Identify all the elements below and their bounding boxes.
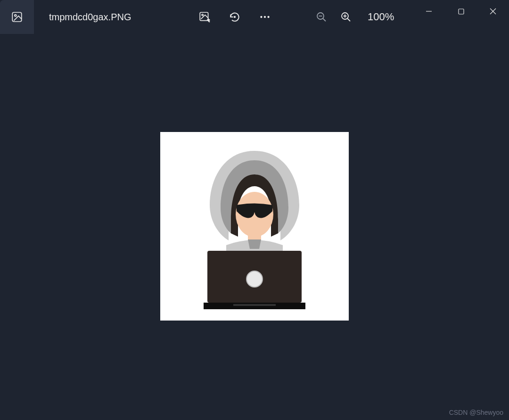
zoom-out-button[interactable] [315, 10, 328, 24]
maximize-icon [458, 8, 464, 15]
rotate-button[interactable] [228, 10, 241, 24]
svg-point-5 [260, 16, 262, 18]
zoom-level[interactable]: 100% [368, 11, 394, 23]
svg-rect-17 [233, 304, 276, 306]
minimize-button[interactable] [413, 0, 445, 23]
close-button[interactable] [477, 0, 509, 23]
center-toolbar [198, 0, 271, 34]
more-icon [259, 11, 271, 23]
displayed-image [160, 132, 349, 321]
hacker-illustration [160, 132, 349, 321]
svg-point-3 [202, 14, 203, 16]
zoom-out-icon [316, 11, 327, 23]
svg-point-7 [267, 16, 269, 18]
zoom-in-button[interactable] [339, 10, 353, 24]
close-icon [490, 8, 496, 15]
svg-point-6 [264, 16, 266, 18]
svg-point-4 [234, 16, 236, 18]
edit-image-button[interactable] [198, 10, 211, 24]
image-viewport[interactable] [2, 34, 507, 418]
file-title: tmpmdcd0gax.PNG [49, 12, 131, 23]
svg-point-1 [15, 15, 16, 16]
more-button[interactable] [258, 10, 271, 24]
maximize-button[interactable] [445, 0, 477, 23]
app-icon-button[interactable] [0, 0, 34, 34]
titlebar: tmpmdcd0gax.PNG [0, 0, 509, 34]
zoom-controls: 100% [315, 0, 394, 34]
edit-image-icon [198, 11, 211, 23]
watermark: CSDN @Shewyoo [449, 409, 503, 416]
window-controls [413, 0, 509, 23]
photos-app-icon [11, 11, 23, 23]
rotate-icon [229, 11, 241, 23]
minimize-icon [426, 8, 432, 15]
svg-rect-10 [459, 9, 464, 14]
zoom-in-icon [340, 11, 352, 23]
